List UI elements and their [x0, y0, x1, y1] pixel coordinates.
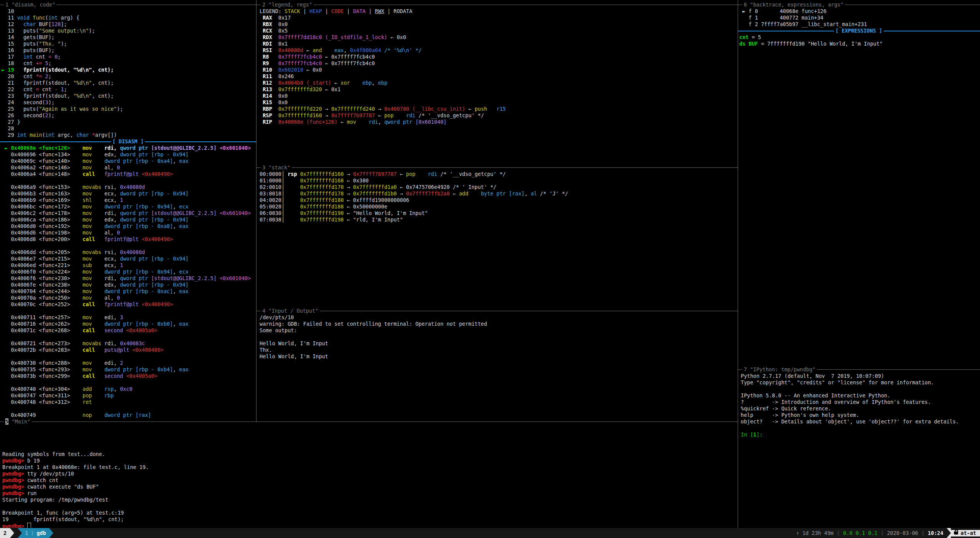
terminal-line: RIP 0x40068e (func+126) ← mov rdi, qword… — [260, 119, 735, 125]
border-pane2-top — [256, 5, 738, 5]
terminal-line — [260, 334, 735, 340]
border-pane5-top — [0, 422, 738, 422]
disasm-separator-label: [ DISASM ] — [111, 138, 145, 145]
terminal-line: 19 fprintf(stdout, "%d\n", cnt); — [2, 516, 735, 523]
tmux-session-badge[interactable]: 2 — [0, 528, 10, 538]
terminal-line: 25 puts("Again as it was so nice"); — [2, 106, 255, 112]
terminal-line: R14 0x0 — [260, 93, 735, 99]
pane-disassembly[interactable]: ► 0x40068e <func+126> mov rdi, qword ptr… — [2, 145, 255, 418]
terminal-line: pwndbg> — [2, 523, 735, 528]
terminal-line: pwndbg> cwatch cnt — [2, 477, 735, 484]
terminal-line: RBX 0x0 — [260, 21, 735, 28]
pane7-title: 7 "IPython: tmp/pwndbg" — [742, 366, 817, 373]
terminal-line: Python 2.7.17 (default, Nov 7 2019, 10:0… — [741, 373, 978, 379]
powerline-arrow-icon — [947, 528, 951, 538]
pane1-title: 1 "disasm, code" — [4, 2, 57, 8]
uptime-value — [799, 530, 802, 536]
terminal-line: 0x4006d8 <func+200> call fprintf@plt <0x… — [2, 236, 255, 243]
border-pane4-top — [256, 311, 738, 311]
terminal-line: 04:0020│ 0x7fffffffd180 ← 0xffffd1900000… — [260, 197, 735, 203]
terminal-line — [2, 308, 255, 314]
terminal-line: Type "copyright", "credits" or "license"… — [741, 379, 978, 386]
status-date: 2020-03-06 — [887, 530, 918, 536]
terminal-line: 0x40071c <func+268> call second <0x4005a… — [2, 327, 255, 334]
status-bar: 2 1⟩gdb ↑ 1d 23h 49m ⟨ 0.0 0.1 0.1 ⟨ 202… — [0, 528, 980, 538]
terminal-line — [2, 379, 255, 386]
terminal-line: 11 void func(int arg) { — [2, 15, 255, 21]
load-average: 0.0 0.1 0.1 — [843, 530, 877, 536]
terminal-line: 0x4006f6 <func+230> mov rdi, qword ptr [… — [2, 275, 255, 282]
terminal-line: 0x400696 <func+134> mov edx, dword ptr [… — [2, 151, 255, 158]
terminal-line: ? -> Introduction and overview of IPytho… — [741, 399, 978, 405]
terminal-line: R10 0x602010 ← 0x0 — [260, 67, 735, 73]
terminal-line: 15 puts("Thx. "); — [2, 41, 255, 47]
lock-icon — [954, 531, 958, 535]
window-separator-icon: ⟩ — [28, 530, 36, 536]
terminal-line: RCX 0x5 — [260, 28, 735, 34]
terminal-line: R8 0x7ffff7fcb4c0 ← 0x7ffff7fcb4c0 — [260, 54, 735, 60]
status-time: 10:24 — [928, 530, 944, 536]
powerline-arrow-icon — [49, 528, 53, 538]
pane-registers[interactable]: LEGEND: STACK | HEAP | CODE | DATA | RWX… — [260, 8, 735, 165]
terminal-line — [2, 177, 255, 184]
terminal-line: 0x400730 <func+288> mov edi, 2 — [2, 360, 255, 366]
terminal-line: 05:0028│ 0x7fffffffd188 ← 0x50000000e — [260, 203, 735, 210]
pane4-title: 4 "Input / Output" — [261, 308, 320, 314]
terminal-line: 0x400716 <func+262> mov dword ptr [rbp -… — [2, 321, 255, 327]
terminal-line: %quickref -> Quick reference. — [741, 405, 978, 412]
terminal-line: 26 second(2); — [2, 112, 255, 119]
pane-gdb-console[interactable]: Reading symbols from test...done.pwndbg>… — [2, 451, 735, 528]
pane-stack[interactable]: 00:0000│ rsp 0x7fffffffd160 → 0x7ffff7b9… — [260, 171, 735, 309]
terminal-line: 13 puts("Some output:\n"); — [2, 28, 255, 34]
pane3-title: 3 "stack" — [261, 164, 292, 171]
terminal-line: In [1]: — [741, 431, 978, 438]
terminal-line: ► f 0 40068e func+126 — [739, 8, 978, 15]
terminal-line: 0x40072b <func+283> call puts@plt <0x400… — [2, 347, 255, 353]
border-vertical-right — [738, 0, 738, 528]
terminal-cursor — [27, 523, 31, 528]
terminal-line: IPython 5.8.0 -- An enhanced Interactive… — [741, 392, 978, 399]
terminal-line: ► 0x40068e <func+126> mov rdi, qword ptr… — [2, 145, 255, 151]
pane-expressions[interactable]: cnt = 5ds BUF = 7fffffffd190 "Hello Worl… — [739, 34, 978, 364]
terminal-line: 0x400749 nop dword ptr [rax] — [2, 412, 255, 418]
pane5-title: 5 "Main" — [4, 418, 32, 425]
terminal-line: 02:0010│ 0x7fffffffd170 → 0x7fffffffd1a0… — [260, 184, 735, 190]
terminal-line: R9 0x7ffff7fcb4c0 ← 0x7ffff7fcb4c0 — [260, 60, 735, 67]
terminal-line: Starting program: /tmp/pwndbg/test — [2, 497, 735, 503]
terminal-line: object? -> Details about 'object', use '… — [741, 418, 978, 425]
terminal-line: 0x4006c2 <func+178> mov rdi, qword ptr [… — [2, 210, 255, 217]
terminal-line: 0x4006dd <func+205> movabs rsi, 0x40080d — [2, 249, 255, 256]
terminal-line: 0x4006e7 <func+215> mov ecx, dword ptr [… — [2, 256, 255, 262]
terminal-line: RDI 0x1 — [260, 41, 735, 47]
terminal-line: R15 0x0 — [260, 99, 735, 106]
terminal-line: 20 cnt *= 2; — [2, 73, 255, 80]
terminal-line: Thx. — [260, 347, 735, 353]
tmux-window-gdb[interactable]: 1⟩gdb — [22, 528, 49, 538]
pane-source-code[interactable]: 10 11 void func(int arg) { 12 char BUF[1… — [2, 8, 255, 138]
terminal-line: 24 second(3); — [2, 99, 255, 106]
terminal-line: 0x4006a2 <func+146> mov al, 0 — [2, 164, 255, 171]
terminal-line: pwndbg> cwatch execute "ds BUF" — [2, 484, 735, 490]
terminal-line: 17 int cnt = 0; — [2, 54, 255, 60]
terminal-line: 16 puts(BUF); — [2, 47, 255, 54]
terminal-line — [2, 243, 255, 249]
terminal-line — [2, 353, 255, 360]
terminal-line: 0x40070a <func+250> mov al, 0 — [2, 295, 255, 301]
pane-ipython[interactable]: Python 2.7.17 (default, Nov 7 2019, 10:0… — [741, 373, 978, 526]
terminal-line: Breakpoint 1 at 0x40068e: file test.c, l… — [2, 464, 735, 471]
terminal-line: 0x400748 <func+312> ret — [2, 399, 255, 405]
pane-program-io[interactable]: /dev/pts/10warning: GDB: Failed to set c… — [260, 314, 735, 420]
terminal-line: 0x400711 <func+257> mov edi, 3 — [2, 314, 255, 321]
terminal-line: 27 } — [2, 119, 255, 125]
terminal-line: help -> Python's own help system. — [741, 412, 978, 418]
terminal-line: 0x4006fe <func+238> mov edx, dword ptr [… — [2, 282, 255, 288]
terminal-line: 0x40070c <func+252> call fprintf@plt <0x… — [2, 301, 255, 308]
terminal-line: 06:0030│ 0x7fffffffd190 ← "Hello World, … — [260, 210, 735, 217]
terminal-line: 0x40073b <func+299> call second <0x4005a… — [2, 373, 255, 379]
hostname-badge: at-at — [951, 530, 980, 536]
terminal-line: Hello World, I'm Input — [260, 353, 735, 360]
terminal-line: f 1 400772 main+34 — [739, 15, 978, 21]
chevron-separator-icon: ⟨ — [918, 530, 928, 536]
terminal-line: pwndbg> run — [2, 490, 735, 497]
terminal-line: Some output: — [260, 327, 735, 334]
